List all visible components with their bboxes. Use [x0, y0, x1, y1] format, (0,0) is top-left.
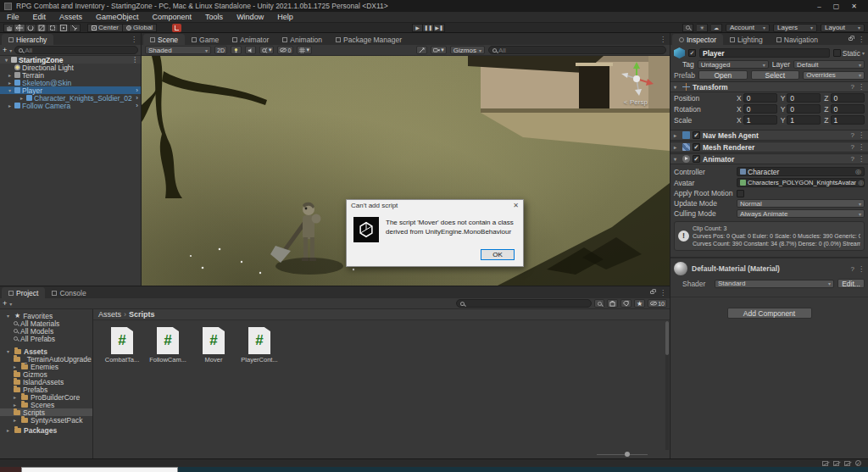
taskbar-app-segment[interactable] — [0, 467, 21, 472]
hierarchy-item-follow-camera[interactable]: ▸ Follow Camera › — [0, 102, 141, 109]
project-search-input[interactable] — [466, 300, 587, 308]
scene-visibility-toggle[interactable]: 0 — [277, 46, 293, 54]
position-x-field[interactable]: 0 — [743, 93, 777, 103]
search-by-type-button[interactable] — [594, 299, 604, 308]
toggle-2d-button[interactable]: 2D — [214, 46, 227, 54]
taskbar-search-box[interactable] — [21, 467, 178, 472]
rotation-y-field[interactable]: 0 — [787, 104, 821, 114]
expander-icon[interactable]: ▾ — [7, 313, 12, 319]
create-caret-icon[interactable]: ▾ — [9, 47, 12, 53]
scale-x-field[interactable]: 1 — [743, 115, 777, 125]
tab-hierarchy[interactable]: Hierarchy — [2, 34, 53, 45]
scene-tool-settings-button[interactable] — [416, 46, 427, 54]
create-caret-icon[interactable]: ▾ — [9, 301, 12, 307]
file-mover[interactable]: # Mover — [197, 327, 231, 450]
scale-z-field[interactable]: 1 — [831, 115, 865, 125]
menu-window[interactable]: Window — [230, 13, 270, 21]
label-filter-button[interactable] — [620, 299, 632, 308]
file-combattarget[interactable]: # CombatTa... — [105, 327, 139, 450]
shader-dropdown[interactable]: Standard▾ — [715, 280, 834, 288]
lock-icon[interactable] — [849, 37, 853, 41]
gameobject-name-field[interactable]: Player — [699, 48, 830, 58]
gizmos-dropdown[interactable]: Gizmos ▾ — [450, 46, 485, 54]
expander-icon[interactable]: ▾ — [7, 87, 13, 93]
activity-button[interactable]: ✳ — [697, 24, 708, 32]
scene-panel-menu-icon[interactable]: ⋮ — [656, 36, 670, 43]
tab-animation[interactable]: Animation — [275, 34, 329, 45]
thumbnail-zoom-slider[interactable] — [93, 450, 670, 458]
persp-label[interactable]: < Persp — [612, 98, 659, 106]
expander-icon[interactable]: ▾ — [7, 348, 12, 354]
expander-icon[interactable]: ▸ — [19, 95, 25, 101]
rotation-z-field[interactable]: 0 — [831, 104, 865, 114]
step-button[interactable]: ▶❚ — [434, 24, 445, 32]
help-icon[interactable]: ? — [851, 83, 854, 91]
hierarchy-search-input[interactable] — [25, 47, 134, 54]
component-enabled-checkbox[interactable]: ✓ — [693, 155, 700, 163]
scene-lighting-toggle[interactable] — [231, 46, 242, 54]
animator-component-header[interactable]: ▾ ✓ Animator ?⋮ — [670, 153, 868, 164]
scene-search-input[interactable] — [498, 47, 662, 54]
layers-dropdown[interactable]: Layers ▾ — [773, 24, 817, 32]
static-checkbox[interactable] — [833, 49, 841, 57]
shading-mode-dropdown[interactable]: Shaded ▾ — [145, 46, 211, 54]
prefab-select-button[interactable]: Select — [751, 70, 800, 80]
hierarchy-menu-icon[interactable]: ⋮ — [127, 36, 141, 43]
expander-icon[interactable]: ▸ — [7, 427, 12, 433]
pause-button[interactable]: ❚❚ — [423, 24, 434, 32]
component-menu-icon[interactable]: ⋮ — [858, 83, 865, 91]
create-object-button[interactable]: + — [3, 46, 7, 54]
menu-assets[interactable]: Assets — [53, 13, 89, 21]
probuilder-icon[interactable] — [172, 24, 181, 32]
rotate-tool-icon[interactable] — [25, 24, 36, 32]
minimize-button[interactable]: – — [817, 3, 821, 10]
tag-dropdown[interactable]: Untagged▾ — [698, 60, 769, 69]
tree-all-prefabs[interactable]: All Prefabs — [0, 335, 92, 342]
console-warning-icon[interactable] — [833, 461, 839, 466]
culling-mode-dropdown[interactable]: Always Animate▾ — [737, 209, 865, 218]
meshrenderer-component-header[interactable]: ▸ ✓ Mesh Renderer ?⋮ — [670, 142, 868, 153]
search-button[interactable] — [682, 24, 693, 32]
inspector-menu-icon[interactable]: ⋮ — [854, 36, 868, 43]
prefab-open-button[interactable]: Open — [698, 70, 748, 80]
shader-edit-button[interactable]: Edit... — [837, 279, 865, 288]
add-component-button[interactable]: Add Component — [727, 308, 812, 319]
console-error-icon[interactable] — [822, 461, 828, 466]
material-header[interactable]: Default-Material (Material) ?⋮ — [670, 257, 868, 279]
help-icon[interactable]: ? — [851, 265, 854, 273]
layer-dropdown[interactable]: Default▾ — [793, 60, 865, 69]
account-dropdown[interactable]: Account ▾ — [726, 24, 770, 32]
create-asset-button[interactable]: + — [3, 299, 7, 308]
component-menu-icon[interactable]: ⋮ — [858, 131, 865, 139]
tab-package-manager[interactable]: Package Manager — [329, 34, 409, 45]
help-icon[interactable]: ? — [851, 155, 854, 163]
menu-help[interactable]: Help — [270, 13, 300, 21]
static-caret-icon[interactable]: ▾ — [862, 50, 865, 56]
pivot-toggle-button[interactable]: Center — [87, 24, 123, 32]
position-z-field[interactable]: 0 — [831, 93, 865, 103]
hidden-count-toggle[interactable]: 10 — [648, 299, 667, 308]
expander-icon[interactable]: ▸ — [14, 417, 19, 423]
ok-button[interactable]: OK — [481, 249, 515, 260]
navmeshagent-component-header[interactable]: ▸ ✓ Nav Mesh Agent ?⋮ — [670, 130, 868, 141]
rect-tool-icon[interactable] — [47, 24, 58, 32]
scene-search[interactable] — [488, 46, 666, 54]
move-tool-icon[interactable] — [14, 24, 25, 32]
transform-component-header[interactable]: ▾ Transform ?⋮ — [670, 81, 868, 92]
scene-menu-icon[interactable]: ⋮ — [131, 56, 138, 64]
activity-status-icon[interactable]: ✓ — [855, 460, 861, 466]
favorites-filter-button[interactable]: ★ — [634, 299, 645, 308]
object-picker-icon[interactable]: ◎ — [858, 179, 864, 186]
update-mode-dropdown[interactable]: Normal▾ — [737, 199, 865, 208]
breadcrumb-scripts[interactable]: Scripts — [129, 310, 155, 319]
file-followcamera[interactable]: # FollowCam... — [151, 327, 185, 450]
file-grid-scrollbar[interactable] — [665, 321, 669, 450]
active-checkbox[interactable]: ✓ — [688, 49, 696, 57]
menu-component[interactable]: Component — [146, 13, 199, 21]
breadcrumb-assets[interactable]: Assets — [98, 310, 121, 319]
cloud-button[interactable]: ☁ — [711, 24, 722, 32]
grid-visibility-dropdown[interactable]: ▾ — [297, 46, 312, 54]
scene-effects-dropdown[interactable]: ▾ — [259, 46, 275, 54]
tree-packages[interactable]: ▸ Packages — [0, 426, 92, 434]
tree-folder-scenes[interactable]: ▸Scenes — [0, 401, 92, 408]
